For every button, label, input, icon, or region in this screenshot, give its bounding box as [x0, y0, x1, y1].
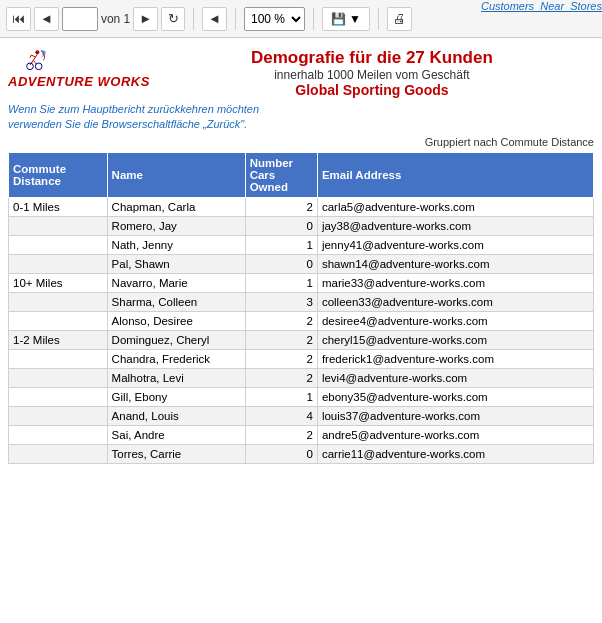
cell-commute [9, 235, 108, 254]
zoom-select[interactable]: 100 % 50 % 75 % 125 % 150 % 200 % [244, 7, 305, 31]
page-input[interactable]: 1 [62, 7, 98, 31]
table-row: Torres, Carrie0carrie11@adventure-works.… [9, 444, 594, 463]
cell-name: Gill, Ebony [107, 387, 245, 406]
table-row: Gill, Ebony1ebony35@adventure-works.com [9, 387, 594, 406]
cell-email: andre5@adventure-works.com [317, 425, 593, 444]
cell-name: Chandra, Frederick [107, 349, 245, 368]
cell-email: levi4@adventure-works.com [317, 368, 593, 387]
cell-commute [9, 387, 108, 406]
group-label: Gruppiert nach Commute Distance [8, 136, 594, 148]
cell-commute [9, 292, 108, 311]
report-subtitle: innerhalb 1000 Meilen vom Geschäft [150, 68, 594, 82]
cell-cars: 1 [245, 387, 317, 406]
cell-cars: 0 [245, 444, 317, 463]
nav-group-right: ◄ [202, 7, 227, 31]
cell-cars: 0 [245, 254, 317, 273]
cell-email: jenny41@adventure-works.com [317, 235, 593, 254]
nav-group-left: ⏮ ◄ 1 von 1 ► ↻ [6, 7, 185, 31]
report-area: Customers_Near_Stores [0, 38, 602, 470]
table-row: Sai, Andre2andre5@adventure-works.com [9, 425, 594, 444]
logo-area: ADVENTURE WORKS [8, 46, 150, 90]
cell-cars: 1 [245, 273, 317, 292]
table-row: Alonso, Desiree2desiree4@adventure-works… [9, 311, 594, 330]
cell-commute [9, 349, 108, 368]
cell-name: Chapman, Carla [107, 197, 245, 216]
cell-commute [9, 444, 108, 463]
cell-email: carla5@adventure-works.com [317, 197, 593, 216]
report-header: ADVENTURE WORKS Demografie für die 27 Ku… [8, 46, 594, 98]
warning-text: Wenn Sie zum Hauptbericht zurückkehren m… [8, 102, 594, 133]
cell-name: Dominguez, Cheryl [107, 330, 245, 349]
report-title: Demografie für die 27 Kunden [150, 48, 594, 68]
th-name: Name [107, 152, 245, 197]
page-count-label: von 1 [101, 12, 130, 26]
svg-point-5 [27, 63, 34, 70]
cell-cars: 2 [245, 197, 317, 216]
svg-line-7 [30, 55, 31, 58]
table-header-row: Commute Distance Name Number Cars Owned … [9, 152, 594, 197]
cell-email: frederick1@adventure-works.com [317, 349, 593, 368]
zoom-group: 100 % 50 % 75 % 125 % 150 % 200 % [244, 7, 305, 31]
cell-name: Pal, Shawn [107, 254, 245, 273]
cell-commute [9, 425, 108, 444]
cell-cars: 3 [245, 292, 317, 311]
cell-cars: 2 [245, 311, 317, 330]
cell-email: shawn14@adventure-works.com [317, 254, 593, 273]
prev-page-button[interactable]: ◄ [34, 7, 59, 31]
save-icon: 💾 [331, 12, 346, 26]
print-group: 🖨 [387, 7, 412, 31]
cell-email: desiree4@adventure-works.com [317, 311, 593, 330]
table-row: Anand, Louis4louis37@adventure-works.com [9, 406, 594, 425]
next-page-button[interactable]: ► [133, 7, 158, 31]
cell-commute: 10+ Miles [9, 273, 108, 292]
cell-email: ebony35@adventure-works.com [317, 387, 593, 406]
cell-name: Sharma, Colleen [107, 292, 245, 311]
cell-email: louis37@adventure-works.com [317, 406, 593, 425]
report-subtitle2: Global Sporting Goods [150, 82, 594, 98]
cell-email: carrie11@adventure-works.com [317, 444, 593, 463]
cell-commute [9, 216, 108, 235]
toolbar-separator-1 [193, 8, 194, 30]
table-row: Sharma, Colleen3colleen33@adventure-work… [9, 292, 594, 311]
table-row: Romero, Jay0jay38@adventure-works.com [9, 216, 594, 235]
cell-commute [9, 254, 108, 273]
back-button[interactable]: ◄ [202, 7, 227, 31]
cell-commute [9, 406, 108, 425]
cell-commute: 1-2 Miles [9, 330, 108, 349]
svg-point-6 [35, 63, 42, 70]
th-commute: Commute Distance [9, 152, 108, 197]
cell-name: Navarro, Marie [107, 273, 245, 292]
table-row: Pal, Shawn0shawn14@adventure-works.com [9, 254, 594, 273]
toolbar-separator-3 [313, 8, 314, 30]
save-dropdown-icon: ▼ [349, 12, 361, 26]
top-link[interactable]: Customers_Near_Stores [481, 0, 602, 12]
first-page-button[interactable]: ⏮ [6, 7, 31, 31]
svg-line-2 [31, 55, 35, 57]
cell-name: Anand, Louis [107, 406, 245, 425]
save-button[interactable]: 💾 ▼ [322, 7, 370, 31]
cell-cars: 4 [245, 406, 317, 425]
toolbar-separator-2 [235, 8, 236, 30]
cell-cars: 1 [245, 235, 317, 254]
warning-line1: Wenn Sie zum Hauptbericht zurückkehren m… [8, 103, 259, 115]
svg-line-1 [33, 54, 37, 60]
data-table: Commute Distance Name Number Cars Owned … [8, 152, 594, 464]
table-row: Malhotra, Levi2levi4@adventure-works.com [9, 368, 594, 387]
print-button[interactable]: 🖨 [387, 7, 412, 31]
cell-name: Romero, Jay [107, 216, 245, 235]
toolbar-separator-4 [378, 8, 379, 30]
cell-cars: 0 [245, 216, 317, 235]
cell-commute [9, 368, 108, 387]
warning-line2: verwenden Sie die Browserschaltfläche „Z… [8, 118, 247, 130]
cell-name: Sai, Andre [107, 425, 245, 444]
table-row: Nath, Jenny1jenny41@adventure-works.com [9, 235, 594, 254]
cell-name: Nath, Jenny [107, 235, 245, 254]
cell-name: Alonso, Desiree [107, 311, 245, 330]
svg-point-0 [35, 50, 39, 54]
cell-commute [9, 311, 108, 330]
cell-name: Malhotra, Levi [107, 368, 245, 387]
refresh-button[interactable]: ↻ [161, 7, 185, 31]
title-area: Demografie für die 27 Kunden innerhalb 1… [150, 46, 594, 98]
table-row: 0-1 MilesChapman, Carla2carla5@adventure… [9, 197, 594, 216]
save-group: 💾 ▼ [322, 7, 370, 31]
